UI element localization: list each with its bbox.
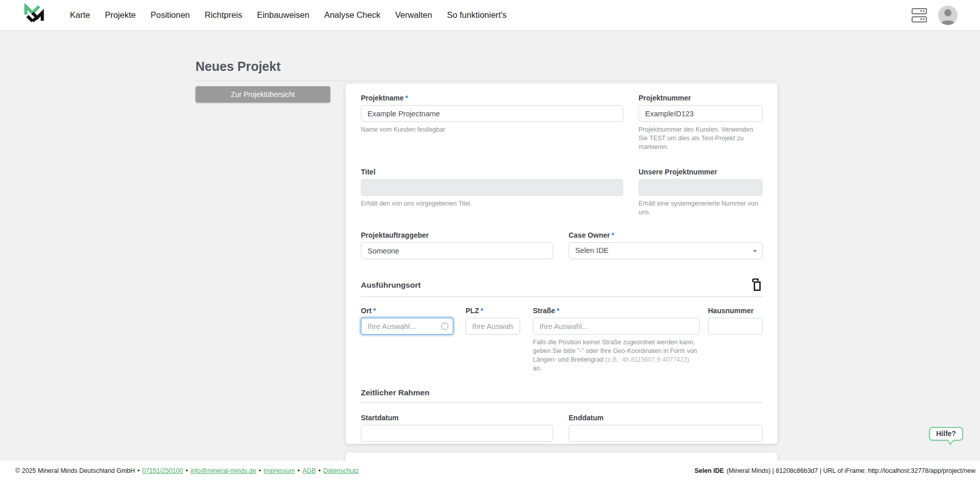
zur-projektuebersicht-button[interactable]: Zur Projektübersicht [195, 86, 330, 103]
nav-item-verwalten[interactable]: Verwalten [395, 10, 432, 20]
required-marker: * [557, 307, 559, 315]
titel-helper: Erhält den von uns vorgegebenen Titel. [361, 199, 623, 208]
ort-input-wrap [361, 318, 453, 335]
hausnummer-input[interactable] [708, 318, 763, 335]
startdatum-field-group: Startdatum [361, 414, 553, 442]
projektnummer-field-group: Projektnummer Projektnummer des Kunden. … [639, 94, 763, 151]
top-navbar: Karte Projekte Positionen Richtpreis Ein… [0, 0, 980, 31]
projektname-helper: Name vom Kunden festlegbar [361, 125, 623, 134]
new-project-form-card: Projektname* Name vom Kunden festlegbar … [346, 84, 777, 444]
required-marker: * [611, 231, 614, 239]
nav-item-analyse-check[interactable]: Analyse Check [324, 10, 380, 20]
nav-item-positionen[interactable]: Positionen [151, 10, 190, 20]
titel-label: Titel [361, 168, 623, 176]
ort-label: Ort* [361, 307, 453, 315]
enddatum-field-group: Enddatum [569, 414, 763, 442]
row-titel: Titel Erhält den von uns vorgegebenen Ti… [361, 168, 763, 217]
logo-icon [22, 4, 45, 27]
case-owner-field-group: Case Owner* Selen IDE [569, 231, 763, 259]
ort-field-group: Ort* [361, 307, 453, 373]
enddatum-label: Enddatum [569, 414, 763, 422]
navbar-actions [912, 6, 958, 25]
copy-address-button[interactable] [750, 279, 763, 292]
strasse-helper: Falls die Position keiner Straße zugeord… [533, 338, 700, 373]
footer-user-name: Selen IDE [695, 467, 724, 474]
unsere-projektnummer-field-group: Unsere Projektnummer Erhält eine systemg… [639, 168, 763, 217]
nav-item-projekte[interactable]: Projekte [105, 10, 136, 20]
loading-spinner-icon [441, 322, 449, 330]
footer-separator: • [318, 467, 321, 474]
footer-separator: • [137, 467, 139, 474]
hausnummer-label: Hausnummer [708, 307, 763, 315]
unsere-projektnummer-input [639, 179, 763, 196]
main-nav: Karte Projekte Positionen Richtpreis Ein… [70, 10, 507, 20]
chevron-down-icon [753, 250, 757, 252]
server-status-icon[interactable] [912, 8, 927, 22]
footer-separator: • [259, 467, 261, 474]
footer-left: © 2025 Mineral Minds Deutschland GmbH • … [15, 467, 359, 474]
case-owner-selected-value: Selen IDE [575, 246, 608, 255]
startdatum-label: Startdatum [361, 414, 553, 422]
nav-item-karte[interactable]: Karte [70, 10, 90, 20]
projektauftraggeber-input[interactable] [361, 242, 553, 259]
row-zeitlicher-rahmen: Startdatum Enddatum [361, 414, 763, 442]
footer-link-email[interactable]: info@mineral-minds.de [190, 467, 256, 474]
nav-item-richtpreis[interactable]: Richtpreis [205, 10, 242, 20]
projektnummer-helper: Projektnummer des Kunden. Verwenden Sie … [639, 125, 763, 151]
footer-right: Selen IDE (Mineral Minds) | 81208c86b3d7… [695, 467, 975, 474]
strasse-input[interactable] [533, 318, 700, 335]
projektname-label: Projektname* [361, 94, 623, 102]
page-title: Neues Projekt [195, 59, 775, 81]
projektname-field-group: Projektname* Name vom Kunden festlegbar [361, 94, 623, 151]
ort-input[interactable] [361, 318, 453, 335]
plz-label: PLZ* [465, 307, 520, 315]
server-row-icon [912, 8, 927, 14]
plz-input[interactable] [465, 318, 520, 335]
footer-copyright: © 2025 Mineral Minds Deutschland GmbH [15, 467, 135, 474]
projektnummer-label: Projektnummer [639, 94, 763, 102]
avatar-head-icon [944, 9, 951, 16]
strasse-field-group: Straße* Falls die Position keiner Straße… [533, 307, 700, 373]
unsere-projektnummer-label: Unsere Projektnummer [639, 168, 763, 176]
nav-item-so-funktionierts[interactable]: So funktioniert's [447, 10, 507, 20]
footer-link-agb[interactable]: AGB [302, 467, 315, 474]
projektnummer-input[interactable] [639, 105, 763, 122]
row-auftraggeber: Projektauftraggeber Case Owner* Selen ID… [361, 231, 763, 259]
hausnummer-field-group: Hausnummer [708, 307, 763, 373]
ausfuehrungsort-title: Ausführungsort [361, 281, 421, 290]
row-projektname: Projektname* Name vom Kunden festlegbar … [361, 94, 763, 151]
row-ausfuehrungsort: Ort* PLZ* Straße* Falls die Position kei… [361, 307, 763, 373]
projektauftraggeber-label: Projektauftraggeber [361, 231, 553, 239]
projektauftraggeber-field-group: Projektauftraggeber [361, 231, 553, 259]
zeitlicher-rahmen-section-header: Zeitlicher Rahmen [361, 388, 763, 402]
required-marker: * [373, 307, 376, 315]
footer-session-details: (Mineral Minds) | 81208c86b3d7 | URL of … [726, 467, 975, 474]
footer-link-impressum[interactable]: Impressum [263, 467, 295, 474]
footer-separator: • [186, 467, 188, 474]
server-row-icon [912, 16, 927, 22]
strasse-label: Straße* [533, 307, 700, 315]
mineral-minds-logo[interactable] [22, 4, 45, 27]
titel-field-group: Titel Erhält den von uns vorgegebenen Ti… [361, 168, 623, 217]
help-button-label: Hilfe? [936, 429, 956, 438]
user-avatar[interactable] [938, 6, 958, 25]
case-owner-label: Case Owner* [569, 231, 763, 239]
ausfuehrungsort-section-header: Ausführungsort [361, 279, 763, 297]
help-button[interactable]: Hilfe? [929, 427, 963, 441]
footer-link-phone[interactable]: 07151/250100 [142, 467, 183, 474]
footer-separator: • [298, 467, 300, 474]
unsere-projektnummer-helper: Erhält eine systemgenerierte Nummer von … [639, 199, 763, 217]
nav-item-einbauweisen[interactable]: Einbauweisen [257, 10, 309, 20]
required-marker: * [405, 94, 408, 102]
titel-input [361, 179, 623, 196]
copy-icon [750, 279, 763, 292]
enddatum-input[interactable] [569, 425, 763, 442]
required-marker: * [480, 307, 483, 315]
case-owner-select[interactable]: Selen IDE [569, 242, 763, 259]
projektname-input[interactable] [361, 105, 623, 122]
zeitlicher-rahmen-title: Zeitlicher Rahmen [361, 388, 429, 397]
startdatum-input[interactable] [361, 425, 553, 442]
footer-link-datenschutz[interactable]: Datenschutz [323, 467, 358, 474]
plz-field-group: PLZ* [465, 307, 520, 373]
footer: © 2025 Mineral Minds Deutschland GmbH • … [0, 461, 980, 481]
